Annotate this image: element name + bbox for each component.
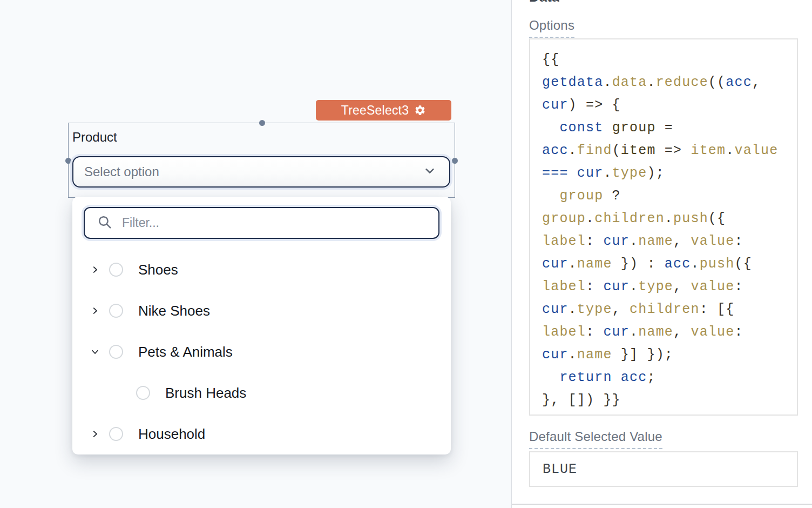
code-line: cur.type, children: [{ — [542, 298, 797, 321]
tree-select-dropdown: ShoesNike ShoesPets & AnimalsBrush Heads… — [72, 197, 451, 454]
radio-button[interactable] — [136, 386, 150, 400]
chevron-right-icon[interactable] — [90, 264, 100, 276]
app-builder: TreeSelect3 Product Select option — [0, 0, 812, 508]
tree-item[interactable]: Household — [72, 413, 451, 454]
code-line: }, []) }} — [542, 389, 797, 412]
tree-item[interactable]: Nike Shoes — [72, 290, 451, 331]
code-line: const group = — [542, 117, 797, 139]
gear-icon[interactable] — [414, 104, 426, 116]
tree-item[interactable]: Brush Heads — [72, 372, 451, 413]
resize-handle-right[interactable] — [452, 158, 458, 164]
tree-item-label: Shoes — [138, 262, 178, 278]
radio-button[interactable] — [109, 345, 123, 359]
tree-item-label: Nike Shoes — [138, 303, 210, 319]
code-line: cur) => { — [542, 94, 797, 117]
tree-item-label: Brush Heads — [165, 385, 246, 402]
code-line: group.children.push({ — [542, 208, 797, 230]
radio-button[interactable] — [109, 263, 123, 277]
resize-handle-left[interactable] — [65, 158, 71, 164]
select-placeholder: Select option — [84, 164, 159, 179]
search-icon — [97, 214, 113, 232]
tree-select-field-label: Product — [72, 130, 117, 145]
code-line: return acc; — [542, 366, 797, 389]
chevron-down-icon[interactable] — [90, 346, 100, 358]
tree-item-list: ShoesNike ShoesPets & AnimalsBrush Heads… — [72, 249, 451, 454]
resize-handle-top[interactable] — [259, 120, 265, 126]
default-selected-value-text: BLUE — [543, 462, 577, 477]
tree-item-label: Household — [138, 426, 205, 443]
code-line: label: cur.name, value: — [542, 230, 797, 253]
radio-button[interactable] — [109, 427, 123, 441]
code-line: label: cur.name, value: — [542, 321, 797, 344]
code-line: {{ — [542, 49, 797, 71]
code-line: getdata.data.reduce((acc, — [542, 71, 797, 94]
property-inspector: Data Options {{getdata.data.reduce((acc,… — [512, 0, 812, 508]
tree-item[interactable]: Pets & Animals — [72, 331, 451, 372]
tree-select-trigger[interactable]: Select option — [72, 156, 450, 188]
widget-name-label: TreeSelect3 — [341, 103, 409, 118]
radio-button[interactable] — [109, 304, 123, 318]
filter-input[interactable] — [121, 215, 429, 231]
widget-name-badge[interactable]: TreeSelect3 — [316, 100, 451, 121]
options-code-editor[interactable]: {{getdata.data.reduce((acc,cur) => { con… — [529, 38, 798, 416]
default-selected-value-label: Default Selected Value — [529, 429, 662, 449]
options-label: Options — [529, 18, 574, 38]
tree-item[interactable]: Shoes — [72, 249, 451, 290]
code-line: cur.name }) : acc.push({ — [542, 253, 797, 276]
code-line: cur.name }] }); — [542, 344, 797, 366]
chevron-down-icon — [422, 163, 437, 181]
design-canvas[interactable]: TreeSelect3 Product Select option — [0, 0, 511, 508]
default-selected-value-field[interactable]: BLUE — [529, 451, 798, 487]
tree-item-label: Pets & Animals — [138, 344, 233, 360]
code-line: label: cur.type, value: — [542, 276, 797, 298]
section-divider — [512, 504, 812, 505]
filter-field[interactable] — [84, 207, 439, 239]
code-line: group ? — [542, 185, 797, 208]
chevron-right-icon[interactable] — [90, 428, 100, 440]
section-heading-data: Data — [529, 0, 559, 5]
code-line: === cur.type); — [542, 162, 797, 185]
chevron-right-icon[interactable] — [90, 305, 100, 317]
code-line: acc.find(item => item.value — [542, 139, 797, 162]
